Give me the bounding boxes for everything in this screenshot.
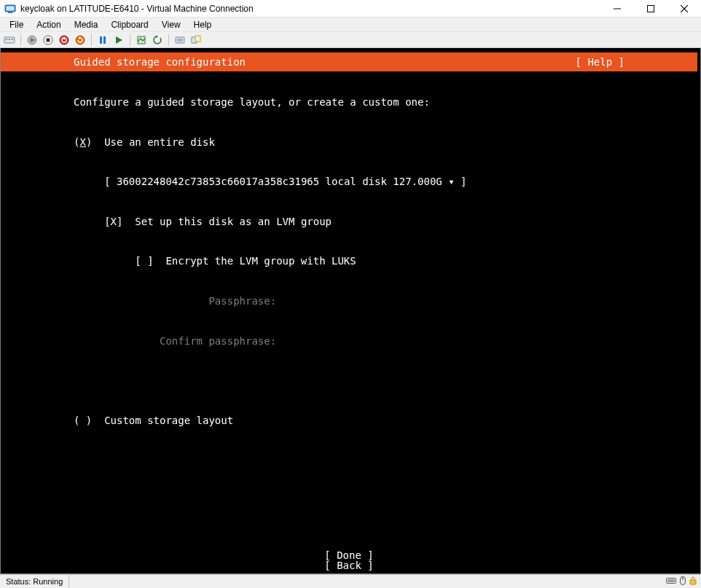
- svg-rect-2: [8, 12, 12, 13]
- minimize-button[interactable]: [600, 0, 634, 17]
- help-link[interactable]: [ Help ]: [576, 57, 624, 67]
- svg-rect-10: [12, 39, 13, 40]
- svg-rect-26: [177, 39, 183, 42]
- shutdown-icon[interactable]: [58, 34, 71, 47]
- terminal: Guided storage configuration [ Help ] Co…: [1, 52, 697, 573]
- toolbar-separator: [20, 34, 21, 46]
- option-use-entire-disk-label: Use an entire disk: [104, 137, 215, 147]
- checkpoint-icon[interactable]: [135, 34, 148, 47]
- menu-help[interactable]: Help: [187, 19, 219, 31]
- toolbar: [0, 32, 701, 48]
- toolbar-separator: [130, 34, 130, 46]
- share-icon[interactable]: [189, 34, 203, 47]
- svg-rect-34: [690, 580, 696, 584]
- maximize-button[interactable]: [634, 0, 667, 17]
- vm-display[interactable]: Guided storage configuration [ Help ] Co…: [0, 48, 701, 574]
- toolbar-separator: [168, 34, 169, 46]
- svg-rect-20: [100, 36, 102, 44]
- start-grey-icon[interactable]: [26, 34, 39, 47]
- installer-title: Guided storage configuration: [74, 57, 246, 67]
- svg-rect-9: [9, 39, 10, 40]
- titlebar: keycloak on LATITUDE-E6410 - Virtual Mac…: [0, 0, 701, 17]
- stop-icon[interactable]: [42, 34, 55, 47]
- mouse-icon: [679, 576, 686, 587]
- revert-icon[interactable]: [151, 34, 164, 47]
- lvm-checkbox[interactable]: [X] Set up this disk as an LVM group: [104, 216, 332, 227]
- svg-rect-29: [667, 579, 676, 584]
- close-button[interactable]: [667, 0, 701, 17]
- resume-icon[interactable]: [112, 34, 125, 47]
- keyboard-icon: [666, 576, 676, 587]
- ctrl-alt-del-icon[interactable]: [3, 34, 16, 47]
- menu-file[interactable]: File: [3, 19, 30, 31]
- vm-app-icon: [4, 3, 16, 15]
- installer-header: Guided storage configuration [ Help ]: [1, 52, 697, 71]
- menubar: File Action Media Clipboard View Help: [0, 17, 701, 32]
- confirm-passphrase-label: Confirm passphrase:: [160, 336, 276, 346]
- status-text: Status: Running: [0, 575, 69, 588]
- menu-clipboard[interactable]: Clipboard: [104, 19, 154, 31]
- svg-rect-1: [7, 6, 15, 10]
- back-button[interactable]: [ Back ]: [324, 560, 373, 571]
- statusbar: Status: Running: [0, 574, 701, 588]
- option-custom-layout-label: Custom storage layout: [104, 415, 233, 426]
- done-button[interactable]: [ Done ]: [324, 550, 373, 560]
- svg-rect-21: [103, 36, 106, 44]
- intro-text: Configure a guided storage layout, or cr…: [74, 97, 697, 117]
- svg-rect-28: [195, 36, 200, 42]
- option-custom-layout[interactable]: ( ) Custom storage layout: [74, 415, 697, 435]
- lock-icon: [689, 576, 697, 587]
- svg-marker-22: [116, 36, 122, 44]
- window-controls: [600, 0, 701, 17]
- option-use-entire-disk[interactable]: (X) Use an entire disk: [74, 137, 697, 157]
- toolbar-separator: [91, 34, 92, 46]
- passphrase-label: Passphrase:: [208, 296, 276, 306]
- pause-icon[interactable]: [96, 34, 109, 47]
- window-title: keycloak on LATITUDE-E6410 - Virtual Mac…: [20, 4, 600, 14]
- svg-rect-14: [47, 38, 50, 42]
- svg-rect-8: [6, 39, 7, 40]
- menu-media[interactable]: Media: [68, 19, 105, 31]
- enhanced-session-icon[interactable]: [173, 34, 187, 47]
- svg-rect-4: [648, 6, 654, 12]
- luks-checkbox[interactable]: [ ] Encrypt the LVM group with LUKS: [135, 256, 356, 266]
- menu-view[interactable]: View: [155, 19, 187, 31]
- reset-icon[interactable]: [74, 34, 87, 47]
- disk-selector[interactable]: [ 36002248042c73853c66017a358c31965 loca…: [104, 176, 466, 187]
- menu-action[interactable]: Action: [30, 19, 67, 31]
